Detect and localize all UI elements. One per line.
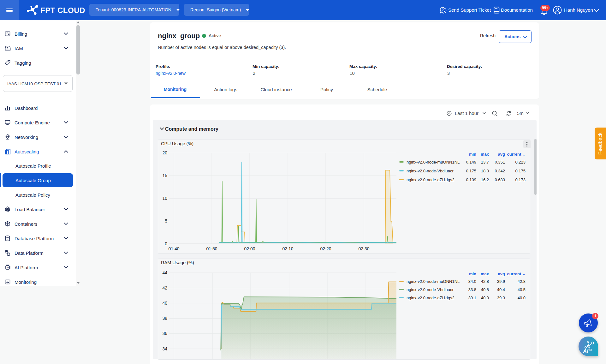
svg-text:0: 0 bbox=[165, 241, 167, 246]
svg-text:44: 44 bbox=[162, 270, 167, 275]
svg-text:42: 42 bbox=[162, 285, 167, 290]
svg-text:10: 10 bbox=[162, 196, 167, 201]
svg-text:02:20: 02:20 bbox=[320, 246, 331, 251]
svg-text:01:50: 01:50 bbox=[206, 246, 217, 251]
svg-text:5: 5 bbox=[165, 218, 167, 224]
svg-text:AI: AI bbox=[7, 266, 9, 269]
svg-text:01:40: 01:40 bbox=[168, 246, 179, 251]
svg-text:15: 15 bbox=[162, 173, 167, 178]
svg-text:?: ? bbox=[442, 8, 443, 12]
svg-text:AI: AI bbox=[583, 348, 589, 354]
svg-text:02:30: 02:30 bbox=[358, 246, 369, 251]
svg-text:38: 38 bbox=[162, 316, 167, 321]
svg-text:34: 34 bbox=[162, 346, 167, 351]
svg-text:02:10: 02:10 bbox=[282, 246, 293, 251]
svg-text:36: 36 bbox=[162, 331, 167, 336]
svg-text:02:00: 02:00 bbox=[244, 246, 255, 251]
svg-text:40: 40 bbox=[162, 301, 167, 306]
svg-text:20: 20 bbox=[162, 150, 167, 155]
